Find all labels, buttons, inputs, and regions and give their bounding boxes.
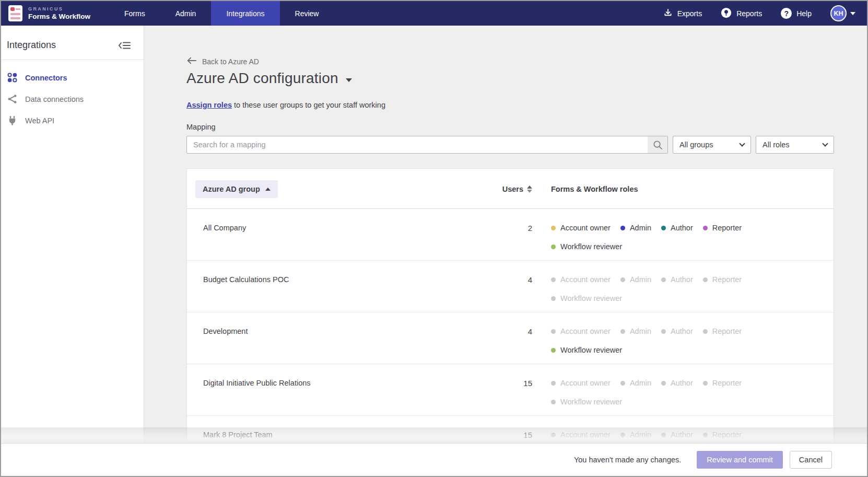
back-link[interactable]: Back to Azure AD	[186, 56, 259, 66]
data-connections-icon	[7, 94, 17, 104]
role-dot-icon	[703, 433, 708, 437]
role-dot-icon	[703, 381, 708, 386]
back-arrow-icon	[186, 56, 197, 66]
reports-button[interactable]: Reports	[721, 7, 762, 20]
role-label: Account owner	[560, 431, 611, 439]
tab-forms[interactable]: Forms	[109, 1, 160, 26]
users-count: 4	[528, 327, 532, 336]
search-input[interactable]	[187, 136, 648, 153]
role-toggle[interactable]: Workflow reviewer	[551, 294, 622, 303]
role-toggle[interactable]: Account owner	[551, 327, 611, 335]
role-dot-icon	[620, 226, 625, 230]
reports-label: Reports	[736, 9, 762, 18]
role-toggle[interactable]: Admin	[620, 327, 651, 335]
role-label: Admin	[630, 327, 651, 335]
role-toggle[interactable]: Admin	[620, 224, 651, 232]
help-label: Help	[796, 9, 812, 18]
tab-review[interactable]: Review	[280, 1, 334, 26]
sidebar-item-label: Web API	[25, 117, 54, 125]
table-row: All Company 2 Account ownerAdminAuthorRe…	[187, 209, 834, 261]
mapping-label: Mapping	[186, 123, 834, 131]
role-dot-icon	[703, 329, 708, 334]
sidebar-collapse-icon[interactable]	[118, 41, 131, 50]
mappings-table: Azure AD group Users Forms & Workflow ro…	[186, 168, 834, 442]
tab-admin[interactable]: Admin	[160, 1, 212, 26]
chevron-down-icon	[739, 141, 745, 146]
user-menu[interactable]: KH	[830, 5, 855, 21]
role-dot-icon	[551, 329, 556, 334]
groups-filter-select[interactable]: All groups	[673, 136, 751, 154]
table-row: Mark 8 Project Team 15 Account ownerAdmi…	[187, 416, 834, 442]
role-toggle[interactable]: Admin	[620, 379, 651, 387]
role-toggle[interactable]: Account owner	[551, 379, 611, 387]
groups-filter-value: All groups	[679, 141, 713, 149]
sidebar-item-connectors[interactable]: Connectors	[1, 67, 144, 88]
role-toggle[interactable]: Author	[661, 327, 693, 335]
role-label: Author	[671, 327, 693, 335]
role-dot-icon	[551, 296, 556, 301]
column-header-group[interactable]: Azure AD group	[195, 180, 278, 198]
role-label: Account owner	[560, 379, 611, 387]
table-header: Azure AD group Users Forms & Workflow ro…	[187, 169, 834, 209]
role-toggle[interactable]: Reporter	[703, 327, 742, 335]
roles-filter-select[interactable]: All roles	[756, 136, 834, 154]
search-icon[interactable]	[648, 136, 667, 153]
roles-list: Account ownerAdminAuthorReporterWorkflow…	[532, 327, 825, 354]
page-title-dropdown[interactable]: Azure AD configuration	[186, 70, 352, 87]
assign-roles-line: Assign roles to these user groups to get…	[186, 101, 834, 109]
users-count: 15	[523, 431, 532, 439]
cancel-button[interactable]: Cancel	[790, 451, 832, 469]
role-toggle[interactable]: Reporter	[703, 275, 742, 284]
users-count: 2	[528, 224, 532, 232]
role-toggle[interactable]: Account owner	[551, 275, 611, 284]
role-toggle[interactable]: Workflow reviewer	[551, 346, 622, 354]
brand-name: GRANICUS	[28, 6, 90, 11]
download-icon	[663, 8, 673, 19]
role-toggle[interactable]: Workflow reviewer	[551, 242, 622, 251]
role-toggle[interactable]: Admin	[620, 431, 651, 439]
role-label: Reporter	[712, 379, 742, 387]
role-dot-icon	[551, 348, 556, 353]
review-and-commit-button[interactable]: Review and commit	[697, 451, 783, 469]
roles-list: Account ownerAdminAuthorReporterWorkflow…	[532, 275, 825, 303]
role-toggle[interactable]: Account owner	[551, 224, 611, 232]
role-toggle[interactable]: Author	[661, 275, 693, 284]
brand[interactable]: GRANICUS Forms & Workflow	[1, 1, 101, 26]
assign-roles-text: to these user groups to get your staff w…	[232, 101, 385, 109]
column-header-roles: Forms & Workflow roles	[532, 185, 825, 193]
help-button[interactable]: ? Help	[781, 8, 812, 19]
role-toggle[interactable]: Reporter	[703, 224, 742, 232]
role-toggle[interactable]: Reporter	[703, 379, 742, 387]
role-toggle[interactable]: Workflow reviewer	[551, 398, 622, 406]
tab-integrations[interactable]: Integrations	[211, 1, 279, 26]
main-content: Back to Azure AD Azure AD configuration …	[144, 26, 867, 476]
column-header-users[interactable]: Users	[502, 185, 532, 193]
role-toggle[interactable]: Account owner	[551, 431, 611, 439]
role-toggle[interactable]: Reporter	[703, 431, 742, 439]
role-label: Reporter	[712, 224, 742, 232]
role-toggle[interactable]: Author	[661, 224, 693, 232]
role-label: Author	[671, 431, 693, 439]
role-toggle[interactable]: Author	[661, 379, 693, 387]
role-toggle[interactable]: Author	[661, 431, 693, 439]
chevron-down-icon	[850, 12, 855, 15]
column-header-group-label: Azure AD group	[203, 185, 260, 193]
exports-label: Exports	[677, 9, 702, 18]
sidebar-item-label: Connectors	[25, 74, 67, 82]
sidebar-item-data-connections[interactable]: Data connections	[1, 88, 144, 110]
role-label: Author	[671, 379, 693, 387]
app-window: GRANICUS Forms & Workflow Forms Admin In…	[0, 0, 868, 477]
sidebar: Integrations Connectors	[1, 26, 144, 443]
avatar[interactable]: KH	[830, 5, 847, 21]
sidebar-item-web-api[interactable]: Web API	[1, 110, 144, 131]
sort-asc-icon	[265, 188, 271, 191]
role-dot-icon	[661, 433, 666, 437]
exports-button[interactable]: Exports	[663, 8, 702, 19]
role-dot-icon	[620, 277, 625, 282]
back-link-label: Back to Azure AD	[202, 57, 259, 66]
assign-roles-link[interactable]: Assign roles	[186, 101, 232, 109]
sidebar-item-label: Data connections	[25, 95, 84, 103]
granicus-logo-icon	[8, 5, 22, 21]
role-toggle[interactable]: Admin	[620, 275, 651, 284]
group-name: All Company	[195, 224, 496, 232]
